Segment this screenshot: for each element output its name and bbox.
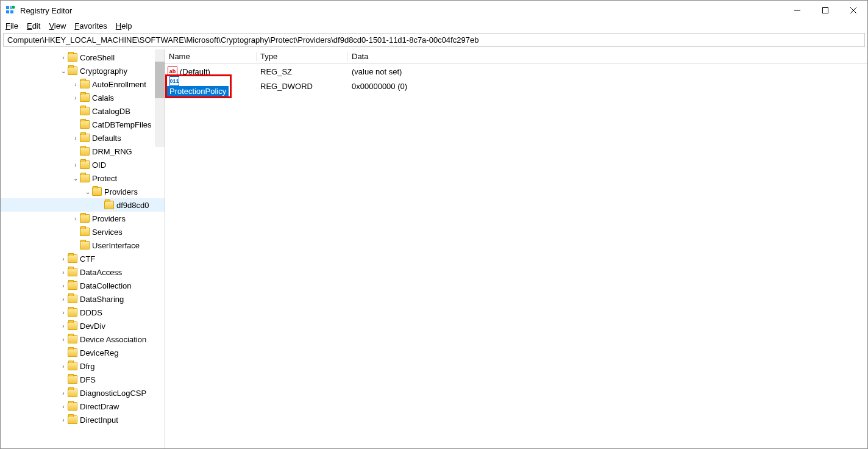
- tree-item[interactable]: Providers: [1, 185, 165, 198]
- tree-item-label: Cryptography: [80, 66, 127, 76]
- tree-item[interactable]: CatalogDB: [1, 104, 165, 118]
- close-button[interactable]: [839, 1, 867, 20]
- chevron-right-icon[interactable]: [59, 417, 68, 423]
- chevron-down-icon[interactable]: [84, 189, 92, 195]
- tree-item-label: DRM_RNG: [92, 147, 132, 156]
- tree-item-label: Dfrg: [80, 362, 95, 371]
- chevron-right-icon[interactable]: [59, 309, 68, 316]
- tree-item[interactable]: DiagnosticLogCSP: [1, 386, 165, 400]
- tree-item[interactable]: AutoEnrollment: [1, 77, 165, 91]
- tree-item[interactable]: DataSharing: [1, 292, 165, 306]
- tree-item[interactable]: Defaults: [1, 131, 165, 145]
- tree-item-label: DataAccess: [80, 268, 122, 277]
- tree-item[interactable]: Cryptography: [1, 64, 165, 77]
- tree-item-label: Providers: [104, 187, 138, 196]
- tree-item[interactable]: OID: [1, 158, 165, 171]
- chevron-right-icon[interactable]: [59, 256, 68, 262]
- folder-icon: [68, 335, 77, 343]
- folder-icon: [68, 308, 77, 317]
- tree-item-label: DirectDraw: [80, 402, 119, 411]
- tree-item[interactable]: UserInterface: [1, 239, 165, 252]
- tree-item[interactable]: CTF: [1, 252, 165, 265]
- tree-item[interactable]: CatDBTempFiles: [1, 118, 165, 131]
- minimize-button[interactable]: [783, 1, 811, 20]
- value-row[interactable]: ab(Default)REG_SZ(value not set): [165, 64, 867, 79]
- value-type: REG_SZ: [257, 67, 348, 76]
- tree-item-label: DirectInput: [80, 415, 118, 425]
- chevron-right-icon[interactable]: [71, 215, 80, 222]
- folder-icon: [80, 80, 90, 88]
- tree-item-label: DDDS: [80, 308, 102, 317]
- menu-edit[interactable]: Edit: [27, 21, 40, 31]
- tree-item[interactable]: DirectDraw: [1, 400, 165, 413]
- tree-item[interactable]: DDDS: [1, 306, 165, 319]
- tree-item[interactable]: Protect: [1, 171, 165, 185]
- tree-item[interactable]: DFS: [1, 373, 165, 386]
- tree-item-label: Defaults: [92, 134, 121, 143]
- tree-item[interactable]: DeviceReg: [1, 346, 165, 359]
- column-name[interactable]: Name: [165, 52, 257, 61]
- chevron-down-icon[interactable]: [71, 175, 80, 182]
- chevron-right-icon[interactable]: [59, 390, 68, 397]
- column-type[interactable]: Type: [257, 52, 348, 61]
- address-bar[interactable]: Computer\HKEY_LOCAL_MACHINE\SOFTWARE\Mic…: [3, 33, 865, 47]
- folder-icon: [68, 375, 77, 384]
- tree-item[interactable]: Providers: [1, 212, 165, 225]
- chevron-right-icon[interactable]: [59, 403, 68, 410]
- chevron-down-icon[interactable]: [59, 68, 68, 74]
- tree-item[interactable]: Calais: [1, 91, 165, 104]
- tree-item-label: DiagnosticLogCSP: [80, 389, 146, 398]
- folder-icon: [68, 362, 77, 370]
- tree-item[interactable]: DRM_RNG: [1, 145, 165, 158]
- tree-item-label: Device Association: [80, 335, 146, 344]
- folder-icon: [68, 402, 77, 411]
- chevron-right-icon[interactable]: [71, 95, 80, 101]
- chevron-right-icon[interactable]: [59, 363, 68, 370]
- tree-item-label: DeviceReg: [80, 348, 119, 357]
- menu-view[interactable]: View: [49, 21, 66, 31]
- tree-item[interactable]: DevDiv: [1, 319, 165, 332]
- folder-icon: [68, 53, 77, 62]
- tree-scrollbar-thumb[interactable]: [155, 62, 165, 98]
- folder-icon: [68, 66, 77, 75]
- tree-item-label: DevDiv: [80, 321, 105, 331]
- folder-icon: [80, 160, 90, 169]
- tree-item[interactable]: DataCollection: [1, 279, 165, 292]
- folder-icon: [92, 187, 102, 196]
- tree-item[interactable]: df9d8cd0: [1, 198, 165, 212]
- maximize-button[interactable]: [811, 1, 839, 20]
- chevron-right-icon[interactable]: [59, 282, 68, 289]
- tree-item[interactable]: CoreShell: [1, 51, 165, 64]
- folder-icon: [80, 228, 90, 236]
- folder-icon: [68, 254, 77, 263]
- chevron-right-icon[interactable]: [59, 336, 68, 343]
- value-row[interactable]: 011ProtectionPolicyREG_DWORD0x00000000 (…: [165, 79, 867, 93]
- values-pane[interactable]: Name Type Data ab(Default)REG_SZ(value n…: [165, 49, 867, 448]
- folder-icon: [68, 389, 77, 397]
- tree-item-label: DataSharing: [80, 295, 124, 304]
- column-data[interactable]: Data: [348, 52, 867, 61]
- tree-item[interactable]: Services: [1, 225, 165, 239]
- content-area: CoreShellCryptographyAutoEnrollmentCalai…: [1, 49, 867, 448]
- chevron-right-icon[interactable]: [71, 81, 80, 88]
- chevron-right-icon[interactable]: [59, 269, 68, 276]
- chevron-right-icon[interactable]: [59, 296, 68, 303]
- tree-item[interactable]: DirectInput: [1, 413, 165, 426]
- highlight-annotation: 011ProtectionPolicy: [165, 74, 232, 98]
- chevron-right-icon[interactable]: [71, 135, 80, 142]
- menu-file[interactable]: File: [5, 21, 18, 31]
- tree-item[interactable]: Dfrg: [1, 359, 165, 373]
- menu-help[interactable]: Help: [116, 21, 132, 31]
- chevron-right-icon[interactable]: [59, 54, 68, 61]
- menu-favorites[interactable]: Favorites: [74, 21, 107, 31]
- chevron-right-icon[interactable]: [71, 162, 80, 168]
- tree-item-label: df9d8cd0: [116, 201, 149, 210]
- tree-item[interactable]: DataAccess: [1, 265, 165, 279]
- values-header: Name Type Data: [165, 49, 867, 64]
- tree-item-label: Calais: [92, 93, 114, 102]
- tree-pane[interactable]: CoreShellCryptographyAutoEnrollmentCalai…: [1, 49, 165, 448]
- tree-item[interactable]: Device Association: [1, 332, 165, 346]
- folder-icon: [68, 321, 77, 330]
- chevron-right-icon[interactable]: [59, 323, 68, 329]
- svg-rect-0: [6, 6, 9, 9]
